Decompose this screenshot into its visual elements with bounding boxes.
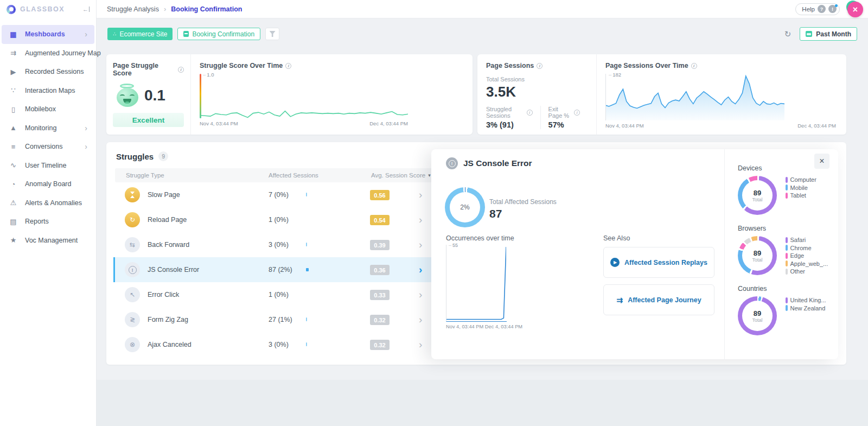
sidebar-collapse-icon[interactable] bbox=[82, 7, 90, 12]
affected-sessions-value: 1 (0%) bbox=[269, 282, 289, 307]
sidebar-item-monitoring[interactable]: ▲Monitoring bbox=[2, 119, 94, 138]
chevron-right-icon[interactable] bbox=[419, 332, 422, 357]
user-timeline-icon: ∿ bbox=[9, 161, 18, 169]
session-score-badge: 0.54 bbox=[370, 215, 390, 225]
help-menu[interactable]: Help bbox=[795, 3, 840, 15]
chevron-right-icon[interactable] bbox=[419, 282, 422, 307]
sidebar-item-interaction-maps[interactable]: ∵Interaction Maps bbox=[2, 81, 94, 100]
sidebar-item-label: Mobilebox bbox=[25, 105, 87, 113]
sidebar-item-augmented-journey-map[interactable]: ⇉Augmented Journey Map bbox=[2, 44, 94, 63]
struggle-score-card: Page Struggle Score 0.1 Excellent Strugg… bbox=[106, 54, 473, 135]
donut-legend: United King...New Zealand bbox=[786, 297, 826, 311]
sessions-chart-title-row: Page Sessions Over Time bbox=[605, 62, 838, 69]
total-sessions-value: 3.5K bbox=[486, 84, 588, 100]
sidebar-item-label: Recorded Sessions bbox=[25, 68, 87, 75]
chevron-right-icon[interactable] bbox=[419, 257, 422, 282]
affected-session-replays-link[interactable]: Affected Session Replays bbox=[603, 247, 714, 278]
legend-label: Edge bbox=[790, 252, 805, 259]
detail-header: ! JS Console Error bbox=[446, 157, 532, 169]
refresh-icon[interactable] bbox=[784, 29, 792, 39]
date-range-button[interactable]: Past Month bbox=[800, 27, 857, 41]
affected-sessions-value: 87 (2%) bbox=[269, 257, 292, 282]
score-card-title-row: Page Struggle Score bbox=[113, 62, 184, 77]
page-sessions-section: Page Sessions Total Sessions 3.5K Strugg… bbox=[477, 54, 597, 135]
info-icon[interactable] bbox=[537, 63, 542, 69]
legend-item: Other bbox=[786, 268, 828, 275]
exit-page: Exit Page % 57% bbox=[540, 106, 588, 129]
page-struggle-score-section: Page Struggle Score 0.1 Excellent bbox=[106, 54, 191, 135]
legend-marker bbox=[786, 185, 788, 190]
filter-button[interactable] bbox=[265, 28, 279, 40]
notifications-icon[interactable] bbox=[828, 5, 837, 13]
donut-total-label: Total bbox=[752, 257, 762, 263]
help-question-icon[interactable] bbox=[818, 5, 826, 13]
legend-label: Tablet bbox=[790, 192, 806, 199]
affected-sessions-value: 3 (0%) bbox=[269, 232, 289, 257]
sidebar: GLASSBOX ▦Meshboards⇉Augmented Journey M… bbox=[0, 0, 97, 426]
info-icon[interactable] bbox=[285, 63, 291, 69]
chevron-right-icon[interactable] bbox=[419, 232, 422, 257]
info-icon[interactable] bbox=[691, 63, 697, 69]
score-row: 0.1 bbox=[116, 84, 184, 107]
legend-label: New Zealand bbox=[790, 305, 826, 311]
chevron-right-icon[interactable] bbox=[419, 182, 422, 207]
sidebar-item-recorded-sessions[interactable]: ▶Recorded Sessions bbox=[2, 62, 94, 81]
chevron-right-icon[interactable] bbox=[419, 207, 422, 232]
recorded-sessions-icon: ▶ bbox=[9, 68, 18, 76]
y-axis bbox=[605, 74, 606, 120]
donut-total-label: Total bbox=[752, 317, 762, 323]
x-axis-labels: Nov 4, 03:44 PM Dec 4, 03:44 PM bbox=[605, 123, 836, 129]
site-filter-chip[interactable]: Ecommerce Site bbox=[107, 28, 173, 40]
info-icon[interactable] bbox=[574, 110, 580, 116]
struggle-type-label: Reload Page bbox=[148, 207, 187, 232]
stat-heading: Devices bbox=[738, 164, 831, 172]
exit-value: 57% bbox=[548, 120, 580, 129]
occurrences-line-chart bbox=[446, 245, 506, 321]
struggles-title: Struggles bbox=[116, 152, 154, 161]
legend-item: Edge bbox=[786, 252, 828, 259]
col-struggle-type[interactable]: Struggle Type bbox=[126, 168, 164, 182]
affected-sessions-value: 7 (0%) bbox=[269, 182, 289, 207]
chevron-right-icon bbox=[85, 124, 87, 132]
affected-page-journey-link[interactable]: Affected Page Journey bbox=[603, 284, 714, 315]
sidebar-item-reports[interactable]: ▤Reports bbox=[2, 212, 94, 231]
stat-section-browsers: Browsers89TotalSafariChromeEdgeApple_web… bbox=[738, 225, 831, 276]
calendar-icon bbox=[806, 31, 812, 37]
total-affected-value: 87 bbox=[489, 207, 557, 220]
help-label: Help bbox=[802, 6, 815, 12]
sessions-card-title: Page Sessions bbox=[486, 62, 534, 69]
chevron-right-icon[interactable] bbox=[419, 307, 422, 332]
legend-label: United King... bbox=[790, 297, 826, 303]
info-icon[interactable] bbox=[527, 110, 533, 116]
affected-sessions-value: 1 (0%) bbox=[269, 207, 289, 232]
sidebar-item-label: Alerts & Anomalies bbox=[25, 199, 87, 207]
sidebar-item-conversions[interactable]: ≡Conversions bbox=[2, 137, 94, 156]
col-affected-sessions[interactable]: Affected Sessions bbox=[269, 168, 318, 182]
sidebar-item-meshboards[interactable]: ▦Meshboards bbox=[2, 25, 94, 44]
sidebar-item-label: Augmented Journey Map bbox=[25, 49, 101, 57]
chevron-right-icon bbox=[85, 30, 87, 39]
x-axis-labels: Nov 4, 03:44 PM Dec 4, 03:44 PM bbox=[200, 120, 408, 126]
close-overlay-button[interactable] bbox=[847, 2, 863, 17]
breadcrumb-parent[interactable]: Struggle Analysis bbox=[107, 5, 159, 13]
funnel-icon bbox=[270, 31, 276, 37]
sidebar-item-mobilebox[interactable]: ▯Mobilebox bbox=[2, 100, 94, 119]
sidebar-item-user-timeline[interactable]: ∿User Timeline bbox=[2, 156, 94, 175]
sidebar-item-voc-management[interactable]: ★Voc Management bbox=[2, 231, 94, 250]
page-filter-chip[interactable]: Booking Confirmation bbox=[177, 28, 260, 40]
anomaly-board-icon: ◔ bbox=[9, 180, 18, 188]
legend-label: Chrome bbox=[790, 245, 812, 251]
donut-legend: SafariChromeEdgeApple_web_...Other bbox=[786, 237, 828, 275]
info-icon[interactable] bbox=[178, 67, 184, 73]
legend-item: Tablet bbox=[786, 192, 816, 199]
sidebar-item-alerts-anomalies[interactable]: ⚠Alerts & Anomalies bbox=[2, 194, 94, 213]
legend-marker bbox=[786, 269, 788, 275]
session-score-badge: 0.56 bbox=[370, 190, 390, 200]
sessions-spark-bar bbox=[306, 342, 307, 346]
ajax-canceled-icon: ⊗ bbox=[125, 337, 140, 352]
sidebar-item-anomaly-board[interactable]: ◔Anomaly Board bbox=[2, 175, 94, 194]
struggle-type-label: Slow Page bbox=[148, 182, 180, 207]
sidebar-item-label: Conversions bbox=[25, 143, 78, 150]
top-header: Struggle Analysis Booking Confirmation H… bbox=[97, 0, 868, 18]
col-avg-session-score[interactable]: Avg. Session Score bbox=[371, 168, 431, 182]
